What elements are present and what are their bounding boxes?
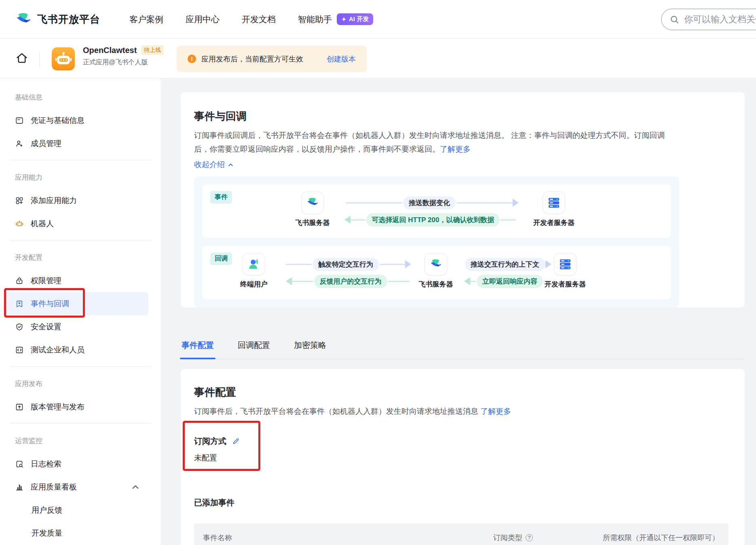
- feishu-server-node: 飞书服务器: [284, 191, 341, 227]
- edit-subscription-button[interactable]: [232, 437, 240, 445]
- shield-check-icon: [15, 322, 24, 331]
- sidebar-item-bot[interactable]: 机器人: [0, 212, 161, 235]
- event-config-title: 事件配置: [194, 385, 729, 399]
- app-avatar: [52, 47, 75, 70]
- divider: [39, 52, 40, 66]
- sidebar-section-monitoring: 运营监控: [0, 429, 161, 452]
- doc-search-box[interactable]: [661, 8, 756, 30]
- divider: [10, 160, 151, 160]
- publish-warning-banner: ! 应用发布后，当前配置方可生效 创建版本: [177, 46, 367, 72]
- chevron-up-icon: [228, 162, 234, 168]
- bar-chart-icon: [15, 483, 24, 492]
- divider: [10, 423, 151, 424]
- log-search-icon: [15, 460, 24, 469]
- lock-icon: [15, 276, 24, 285]
- server-icon: [559, 258, 572, 271]
- nav-item-customer-cases[interactable]: 客户案例: [129, 14, 163, 25]
- sidebar-item-quality-dashboard[interactable]: 应用质量看板: [0, 475, 161, 498]
- app-status-badge: 待上线: [141, 45, 164, 55]
- upload-square-icon: [15, 403, 24, 411]
- credential-card-icon: [15, 116, 24, 125]
- sidebar-item-log-search[interactable]: 日志检索: [0, 452, 161, 475]
- event-bookmark-plus-icon: [15, 299, 24, 308]
- help-icon[interactable]: ?: [526, 534, 533, 541]
- learn-more-link[interactable]: 了解更多: [480, 407, 511, 416]
- banner-message: 应用发布后，当前配置方可生效: [201, 54, 303, 64]
- arrow-left-icon: [286, 277, 292, 285]
- column-event-name: 事件名称: [203, 533, 493, 543]
- collapse-intro-link[interactable]: 收起介绍: [194, 159, 234, 170]
- end-user-node: 终端用户: [226, 253, 282, 289]
- top-nav-menu: 客户案例 应用中心 开发文档 智能助手 AI 开发: [129, 13, 373, 25]
- sidebar-item-user-feedback[interactable]: 用户反馈: [0, 498, 161, 522]
- ai-dev-badge: AI 开发: [337, 13, 373, 25]
- http200-return-arrow: 可选择返回 HTTP 200，以确认收到数据: [344, 213, 516, 227]
- events-callbacks-intro-card: 事件与回调 订阅事件或回调后，飞书开放平台将会在事件（如机器人入群）发生时向请求…: [181, 92, 745, 307]
- top-navigation: 飞书开放平台 客户案例 应用中心 开发文档 智能助手 AI 开发: [0, 0, 756, 39]
- sidebar-item-security[interactable]: 安全设置: [0, 315, 161, 338]
- tab-event-config[interactable]: 事件配置: [181, 333, 215, 359]
- search-icon: [670, 15, 679, 24]
- arrow-left-icon: [464, 277, 470, 285]
- sidebar-item-add-capability[interactable]: 添加应用能力: [0, 189, 161, 212]
- brand-name: 飞书开放平台: [37, 13, 100, 26]
- subscription-mode-value: 未配置: [194, 452, 729, 464]
- user-icon: [247, 258, 260, 271]
- arrow-left-icon: [344, 216, 351, 224]
- sidebar-item-dev-quality[interactable]: 开发质量: [0, 522, 161, 545]
- arrow-right-icon: [513, 199, 519, 207]
- pencil-icon: [232, 437, 240, 445]
- event-config-card: 事件配置 订阅事件后，飞书开放平台将会在事件（如机器人入群）发生时向请求地址推送…: [181, 369, 745, 545]
- robot-icon: [15, 219, 24, 228]
- chevron-up-icon[interactable]: [131, 483, 140, 492]
- feishu-server-node: 飞书服务器: [408, 253, 464, 289]
- sidebar-item-test-enterprise[interactable]: 测试企业和人员: [0, 338, 161, 361]
- sparkle-icon: [341, 17, 346, 22]
- column-required-permissions: 所需权限（开通以下任一权限即可）: [603, 533, 729, 543]
- intro-description: 订阅事件或回调后，飞书开放平台将会在事件（如机器人入群）发生时向请求地址推送消息…: [194, 129, 673, 156]
- app-header-bar: OpenClawtest 待上线 正式应用@飞书个人版 ! 应用发布后，当前配置…: [0, 39, 756, 78]
- trigger-interaction-arrow: 触发特定交互行为: [286, 257, 411, 271]
- grid-plus-icon: [15, 196, 24, 205]
- sidebar-section-basic-info: 基础信息: [0, 86, 161, 109]
- sidebar-item-permissions[interactable]: 权限管理: [0, 269, 161, 292]
- member-add-icon: [15, 139, 24, 148]
- divider: [10, 240, 151, 240]
- nav-item-ai-assistant[interactable]: 智能助手 AI 开发: [298, 13, 373, 25]
- sidebar-item-members[interactable]: 成员管理: [0, 132, 161, 155]
- home-button[interactable]: [15, 51, 28, 66]
- app-type-label: 正式应用@飞书个人版: [83, 58, 164, 67]
- diagram-event-row: 事件 飞书服务器 推送数据变化 可选择返回 HTTP 200，以确认收到数据 开…: [202, 184, 671, 238]
- sidebar-section-dev-config: 开发配置: [0, 246, 161, 269]
- divider: [10, 366, 151, 367]
- feedback-interaction-arrow: 反馈用户的交互行为: [286, 274, 410, 288]
- developer-server-node: 开发者服务器: [526, 191, 582, 227]
- sidebar-item-events-callbacks[interactable]: 事件与回调: [3, 292, 148, 315]
- diagram-callback-row: 回调 终端用户 触发特定交互行为 反馈用户的交互行为 飞书服务器 推送交互行为的…: [202, 246, 671, 299]
- sidebar-item-version-release[interactable]: 版本管理与发布: [0, 395, 161, 418]
- added-events-title: 已添加事件: [194, 497, 729, 508]
- feishu-logo-icon: [15, 11, 32, 28]
- developer-server-node: 开发者服务器: [537, 253, 593, 289]
- events-table-header: 事件名称 订阅类型 ? 所需权限（开通以下任一权限即可）: [194, 524, 729, 545]
- home-icon: [15, 51, 28, 64]
- main-content: 事件与回调 订阅事件或回调后，飞书开放平台将会在事件（如机器人入群）发生时向请求…: [162, 78, 756, 545]
- nav-item-app-center[interactable]: 应用中心: [186, 14, 220, 25]
- nav-item-dev-docs[interactable]: 开发文档: [242, 14, 276, 25]
- config-tabs: 事件配置 回调配置 加密策略: [181, 333, 745, 359]
- learn-more-link[interactable]: 了解更多: [440, 145, 471, 153]
- brand-logo[interactable]: 飞书开放平台: [15, 11, 100, 28]
- tab-callback-config[interactable]: 回调配置: [237, 333, 271, 359]
- create-version-link[interactable]: 创建版本: [327, 54, 356, 64]
- tab-encryption-strategy[interactable]: 加密策略: [293, 333, 327, 359]
- subscription-mode-label: 订阅方式: [194, 436, 226, 447]
- app-info[interactable]: OpenClawtest 待上线 正式应用@飞书个人版: [83, 45, 164, 67]
- events-callbacks-diagram: 事件 飞书服务器 推送数据变化 可选择返回 HTTP 200，以确认收到数据 开…: [194, 176, 679, 307]
- sidebar-section-release: 应用发布: [0, 372, 161, 395]
- push-data-arrow: 推送数据变化: [346, 196, 519, 210]
- column-subscription-type: 订阅类型 ?: [493, 533, 603, 543]
- server-icon: [547, 196, 560, 209]
- sidebar-item-credentials[interactable]: 凭证与基础信息: [0, 109, 161, 132]
- search-input[interactable]: [684, 14, 756, 25]
- robot-avatar-icon: [53, 49, 74, 70]
